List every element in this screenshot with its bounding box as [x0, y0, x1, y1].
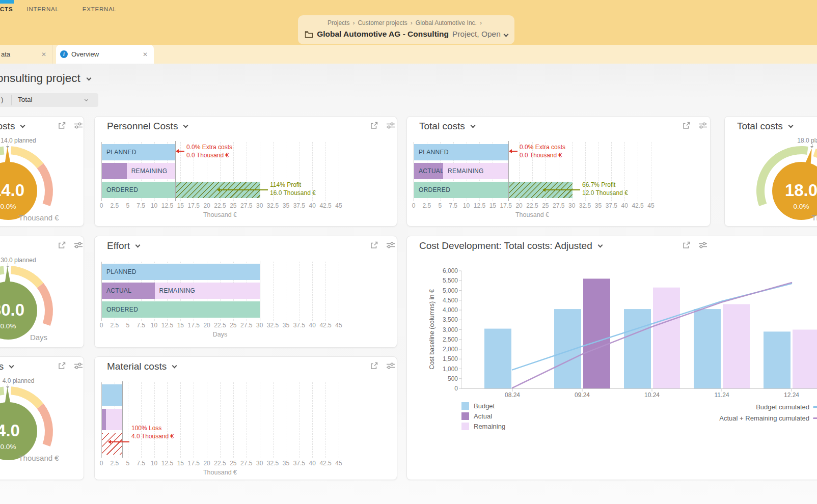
card-title-dropdown[interactable]: Personnel Costs	[0, 121, 24, 132]
bar-segment-label: PLANNED	[106, 268, 137, 275]
menu-item-internal[interactable]: INTERNAL	[26, 6, 59, 12]
tab-label: ata	[1, 50, 10, 58]
bar-segment: PLANNED	[414, 144, 509, 160]
settings-sliders-icon[interactable]	[386, 361, 395, 370]
tab-overview[interactable]: i Overview ✕	[56, 45, 154, 64]
chevron-down-icon	[597, 243, 603, 248]
close-icon[interactable]: ✕	[143, 51, 148, 58]
legend-item: Budget	[461, 402, 505, 410]
gridline	[154, 382, 155, 458]
bar-segment-label: ACTUAL	[106, 287, 131, 294]
chevron-down-icon	[788, 123, 793, 128]
open-in-window-icon[interactable]	[370, 361, 378, 370]
project-selector[interactable]: Global Automotive AG - Consulting Projec…	[298, 30, 514, 39]
settings-sliders-icon[interactable]	[74, 241, 83, 249]
annotation-arrow-line	[545, 189, 580, 190]
settings-sliders-icon[interactable]	[386, 241, 395, 249]
axis-title: Thousand €	[169, 211, 271, 218]
bar-segment	[106, 409, 123, 430]
chevron-down-icon	[183, 123, 188, 128]
scope-select[interactable]: ) Total	[0, 93, 98, 107]
breadcrumb-item-global-automotive[interactable]: Global Automotive Inc.	[416, 19, 477, 26]
open-in-window-icon[interactable]	[370, 241, 378, 249]
open-in-window-icon[interactable]	[682, 121, 691, 130]
gauge-effort: 30.0 planned30.00.0%Days	[0, 236, 84, 347]
app-window: CTS INTERNAL EXTERNAL Projects›Customer …	[0, 0, 817, 504]
chevron-down-icon	[85, 98, 88, 101]
annotation-text: 0.0% Extra costs0.0 Thousand €	[186, 143, 232, 159]
bar-segment-label: ORDERED	[106, 186, 138, 193]
chevron-down-icon	[9, 363, 14, 369]
chevron-down-icon	[470, 123, 475, 128]
svg-text:18.0: 18.0	[785, 181, 817, 200]
card-title-dropdown[interactable]: Total costs	[419, 121, 475, 132]
card-actions	[682, 241, 707, 249]
open-in-window-icon[interactable]	[370, 121, 378, 130]
cost-development-chart: 05001,0001,5002,0002,5003,0003,5004,0004…	[407, 236, 817, 480]
chart-legend: BudgetActualRemaining	[461, 402, 505, 433]
breadcrumb-item-projects[interactable]: Projects	[328, 19, 349, 26]
chevron-down-icon	[503, 32, 508, 37]
svg-text:1,000: 1,000	[443, 366, 458, 373]
gauge-chart: 30.00.0%	[0, 265, 85, 341]
gridline	[325, 382, 326, 458]
tab-master-data[interactable]: ata ✕	[0, 45, 53, 64]
bar-segment: ORDERED	[102, 182, 176, 198]
bar-segment	[102, 409, 106, 430]
annotation-text: 66.7% Profit12.0 Thousand €	[582, 181, 628, 197]
settings-sliders-icon[interactable]	[74, 361, 83, 370]
svg-text:09.24: 09.24	[575, 391, 590, 399]
legend-item: Budget cumulated	[611, 403, 809, 411]
card-title-dropdown[interactable]: Total costs	[737, 121, 793, 132]
open-in-window-icon[interactable]	[58, 361, 66, 370]
gridline	[312, 262, 313, 321]
svg-text:3,500: 3,500	[443, 316, 458, 323]
bar-segment: PLANNED	[102, 264, 260, 280]
card-title-dropdown[interactable]: Effort	[107, 240, 140, 251]
settings-sliders-icon[interactable]	[74, 121, 83, 130]
bar-segment-label: REMAINING	[131, 167, 168, 175]
page-title-dropdown[interactable]: onsulting project	[0, 72, 91, 85]
close-icon[interactable]: ✕	[41, 51, 46, 58]
card-personnel-costs-gauge: Personnel Costs 14.0 planned14.00.0%Thou…	[0, 116, 84, 227]
svg-text:500: 500	[448, 375, 458, 382]
breadcrumb-item-customer-projects[interactable]: Customer projects	[358, 19, 407, 26]
open-in-window-icon[interactable]	[58, 121, 66, 130]
card-actions	[370, 361, 395, 370]
menu-item-projects[interactable]: CTS	[0, 6, 13, 12]
gauge-chart: 4.00.0%	[0, 385, 85, 462]
legend-label: Budget cumulated	[756, 403, 809, 411]
card-title-dropdown[interactable]: Personnel Costs	[107, 121, 187, 132]
chevron-down-icon	[135, 243, 141, 248]
axis-tick-label: 45	[330, 202, 347, 209]
svg-text:14.0: 14.0	[0, 181, 24, 200]
total-costs-chart: 02.557.51012.51517.52022.52527.53032.535…	[407, 117, 710, 226]
svg-text:2,000: 2,000	[443, 346, 458, 353]
gridline	[299, 262, 299, 321]
gauge-unit-label: Thousand €	[6, 213, 72, 222]
open-in-window-icon[interactable]	[682, 241, 691, 249]
card-actions	[58, 121, 83, 130]
svg-text:11.24: 11.24	[714, 391, 729, 399]
gridline	[180, 382, 181, 458]
settings-sliders-icon[interactable]	[386, 121, 395, 130]
annotation-arrow-line	[178, 151, 184, 152]
effort-chart: 02.557.51012.51517.52022.52527.53032.535…	[95, 236, 397, 347]
settings-sliders-icon[interactable]	[698, 121, 707, 130]
card-title-dropdown[interactable]: Material costs	[107, 361, 176, 372]
annotation-arrow-line	[111, 441, 129, 442]
card-title-dropdown[interactable]: Cost Development: Total costs: Adjusted	[419, 240, 602, 251]
menu-item-external[interactable]: EXTERNAL	[83, 6, 117, 12]
top-header: CTS INTERNAL EXTERNAL Projects›Customer …	[0, 0, 817, 45]
gridline	[312, 382, 313, 458]
gauge-personnel-costs: 14.0 planned14.00.0%Thousand €	[0, 117, 84, 226]
chevron-down-icon	[172, 363, 177, 369]
svg-text:08.24: 08.24	[505, 391, 520, 399]
open-in-window-icon[interactable]	[58, 241, 66, 249]
settings-sliders-icon[interactable]	[698, 241, 707, 249]
card-cost-development: Cost Development: Total costs: Adjusted …	[406, 236, 817, 480]
annotation-arrow-line	[220, 189, 268, 190]
gridline	[286, 382, 286, 458]
card-title-dropdown[interactable]: Material costs	[0, 361, 13, 372]
gridline	[638, 142, 638, 201]
